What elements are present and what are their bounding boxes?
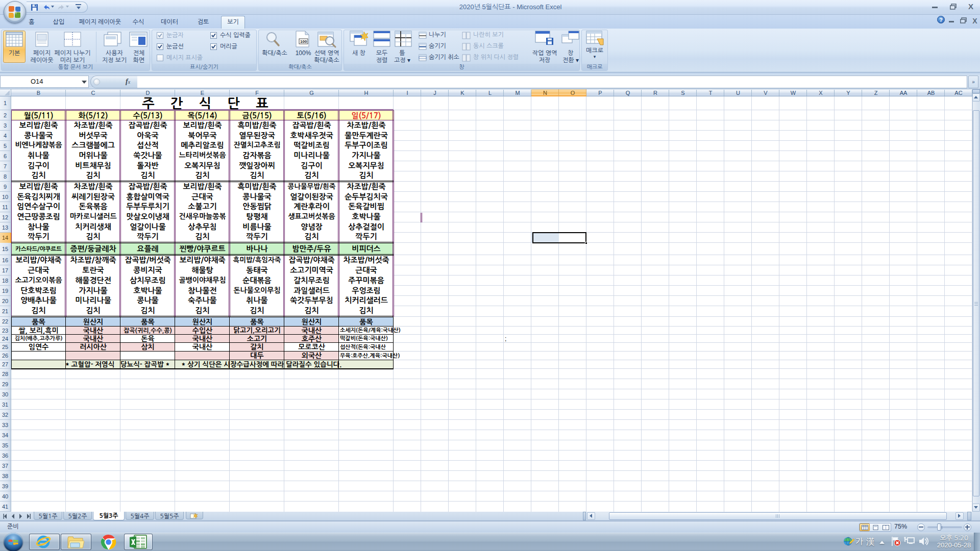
svg-text:100: 100 <box>300 39 307 44</box>
